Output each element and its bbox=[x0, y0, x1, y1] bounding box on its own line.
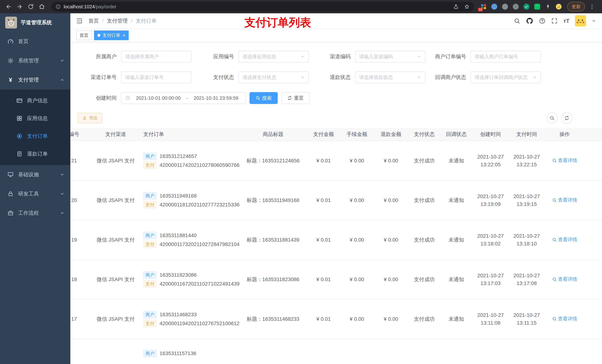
page-title-annotation: 支付订单列表 bbox=[244, 15, 311, 30]
filter-form: 所属商户 应用编号 渠道编码 商户订单编号 bbox=[70, 42, 602, 104]
export-button[interactable]: 导出 bbox=[78, 113, 102, 123]
sidebar-item-home[interactable]: 首页 bbox=[0, 32, 70, 51]
table-row: 18 微信 JSAPI 支付 商户 1635311823086 支付 bbox=[70, 260, 602, 299]
cell-create-time: 2021-10-2713:11:08 bbox=[472, 299, 509, 339]
toggle-search-icon[interactable] bbox=[547, 113, 558, 124]
sidebar-item-infrastructure[interactable]: 基础设施 bbox=[0, 165, 70, 184]
home-icon[interactable] bbox=[37, 2, 47, 11]
channel-code-select[interactable] bbox=[355, 51, 425, 62]
avatar-caret-icon[interactable] bbox=[592, 19, 596, 23]
view-detail-link[interactable]: 查看详情 bbox=[552, 316, 577, 322]
cell-fee: ¥ 0.00 bbox=[340, 260, 374, 299]
share-icon[interactable] bbox=[453, 4, 459, 10]
refund-status-select[interactable] bbox=[355, 71, 425, 83]
close-icon[interactable]: × bbox=[123, 33, 125, 38]
site-info-icon[interactable] bbox=[55, 4, 61, 9]
hamburger-icon[interactable] bbox=[70, 17, 88, 24]
breadcrumb-home[interactable]: 首页 bbox=[88, 17, 99, 24]
font-size-icon[interactable]: тT bbox=[563, 18, 570, 24]
reload-icon[interactable] bbox=[26, 2, 35, 11]
sidebar: 芋道管理系统 首页 系统管理 ¥ 支付管理 商户信息 bbox=[0, 13, 70, 364]
page-content: 所属商户 应用编号 渠道编码 商户订单编号 bbox=[70, 42, 602, 364]
cell-channel: 微信 JSAPI 支付 bbox=[93, 141, 139, 180]
merchant-order-no: 1635312124657 bbox=[160, 153, 197, 159]
channel-order-no-input[interactable] bbox=[125, 74, 187, 80]
browser-update-button[interactable]: 更新 bbox=[567, 2, 585, 11]
address-bar[interactable]: localhost:1024/pay/order bbox=[51, 2, 474, 11]
notify-status-select[interactable] bbox=[471, 71, 541, 83]
table-toolbar: 导出 bbox=[70, 113, 602, 123]
chevron-down-icon bbox=[532, 75, 537, 80]
cell-create-time: 2021-10-2713:18:02 bbox=[472, 220, 509, 260]
reset-button[interactable]: 重置 bbox=[281, 92, 310, 104]
logo: 芋道管理系统 bbox=[0, 13, 70, 32]
extension-blue-icon[interactable] bbox=[491, 3, 498, 10]
grid-icon bbox=[16, 115, 22, 121]
sidebar-item-devtools[interactable]: 研发工具 bbox=[0, 184, 70, 203]
forward-icon[interactable] bbox=[15, 2, 24, 11]
date-range-picker[interactable]: 2021-10-01 00:00:00 - 2021-10-31 23:59:5… bbox=[121, 92, 246, 104]
sidebar-item-merchant-info[interactable]: 商户信息 bbox=[0, 92, 70, 110]
pay-order-no: 4200001181202110277723215336 bbox=[160, 202, 239, 208]
browser-menu-icon[interactable] bbox=[587, 2, 597, 11]
cell-id: 17 bbox=[70, 299, 93, 339]
breadcrumb-payment[interactable]: 支付管理 bbox=[107, 17, 128, 24]
extension-gray-icon[interactable] bbox=[502, 3, 508, 10]
merchant-order-no: 1635311949168 bbox=[160, 193, 197, 199]
view-detail-link[interactable]: 查看详情 bbox=[552, 157, 577, 164]
app-title: 芋道管理系统 bbox=[21, 19, 52, 26]
cell-fee: ¥ 0.00 bbox=[340, 220, 374, 260]
col-fee: 手续金额 bbox=[340, 128, 374, 141]
extension-pin-icon[interactable] bbox=[545, 3, 551, 10]
sidebar-item-app-info[interactable]: 应用信息 bbox=[0, 110, 70, 127]
filter-create-time: 创建时间 2021-10-01 00:00:00 - 2021-10-31 23… bbox=[78, 92, 246, 104]
extension-colorful-icon[interactable]: 10 bbox=[480, 3, 487, 10]
sidebar-item-workflow[interactable]: 工作流程 bbox=[0, 203, 70, 223]
sidebar-item-system[interactable]: 系统管理 bbox=[0, 51, 70, 70]
pay-status-select[interactable] bbox=[238, 71, 309, 83]
extension-wechat-icon[interactable]: “ bbox=[534, 3, 540, 10]
date-start[interactable]: 2021-10-01 00:00:00 bbox=[133, 95, 184, 101]
merchant-order-no-input[interactable] bbox=[475, 54, 537, 60]
tab-pay-order[interactable]: 支付订单 × bbox=[94, 31, 129, 40]
profile-avatar-icon[interactable] bbox=[555, 3, 562, 10]
bookmark-star-icon[interactable] bbox=[464, 4, 470, 10]
cell-refund: ¥ 0.00 bbox=[374, 220, 408, 260]
chevron-down-icon bbox=[300, 75, 305, 80]
github-icon[interactable] bbox=[526, 17, 533, 25]
pay-tag: 支付 bbox=[143, 280, 157, 288]
fullscreen-icon[interactable] bbox=[551, 18, 558, 24]
back-icon[interactable] bbox=[4, 2, 13, 11]
merchant-filter-input[interactable] bbox=[125, 54, 187, 60]
refresh-table-icon[interactable] bbox=[561, 113, 572, 124]
date-end[interactable]: 2021-10-31 23:59:59 bbox=[190, 95, 242, 101]
extension-gray2-icon[interactable] bbox=[512, 3, 519, 10]
cell-pay-status: 支付成功 bbox=[408, 260, 441, 299]
help-icon[interactable] bbox=[539, 18, 546, 24]
cell-fee: ¥ 0.00 bbox=[340, 299, 374, 339]
merchant-tag: 商户 bbox=[143, 350, 157, 357]
cell-fee: ¥ 0.00 bbox=[340, 141, 374, 180]
extensions-row: 10 “ bbox=[480, 3, 562, 10]
search-icon[interactable] bbox=[514, 18, 520, 24]
cell-pay-time: 2021-10-2713:22:15 bbox=[509, 141, 544, 180]
merchant-order-no: 1635311881440 bbox=[160, 232, 197, 239]
cell-amount: ¥ 0.01 bbox=[307, 141, 340, 180]
filter-app-no: 应用编号 bbox=[191, 51, 309, 62]
merchant-tag: 商户 bbox=[143, 311, 157, 318]
extension-green-check-icon[interactable] bbox=[523, 3, 530, 10]
sidebar-item-pay-order[interactable]: 支付订单 bbox=[0, 127, 70, 145]
sidebar-item-refund-order[interactable]: 退款订单 bbox=[0, 145, 70, 163]
view-detail-link[interactable]: 查看详情 bbox=[552, 197, 577, 203]
top-navbar: 首页 / 支付管理 / 支付订单 支付订单列表 тT bbox=[70, 13, 602, 29]
app-no-select[interactable] bbox=[238, 51, 309, 62]
search-button[interactable]: 搜索 bbox=[249, 92, 278, 104]
user-avatar[interactable] bbox=[575, 15, 586, 26]
view-detail-link[interactable]: 查看详情 bbox=[552, 236, 577, 243]
breadcrumb-current: 支付订单 bbox=[136, 17, 157, 24]
sidebar-item-payment[interactable]: ¥ 支付管理 bbox=[0, 70, 70, 90]
chevron-down-icon bbox=[417, 75, 421, 80]
tab-home[interactable]: 首页 bbox=[76, 31, 92, 40]
view-detail-link[interactable]: 查看详情 bbox=[552, 276, 577, 282]
bullseye-icon bbox=[16, 133, 22, 139]
